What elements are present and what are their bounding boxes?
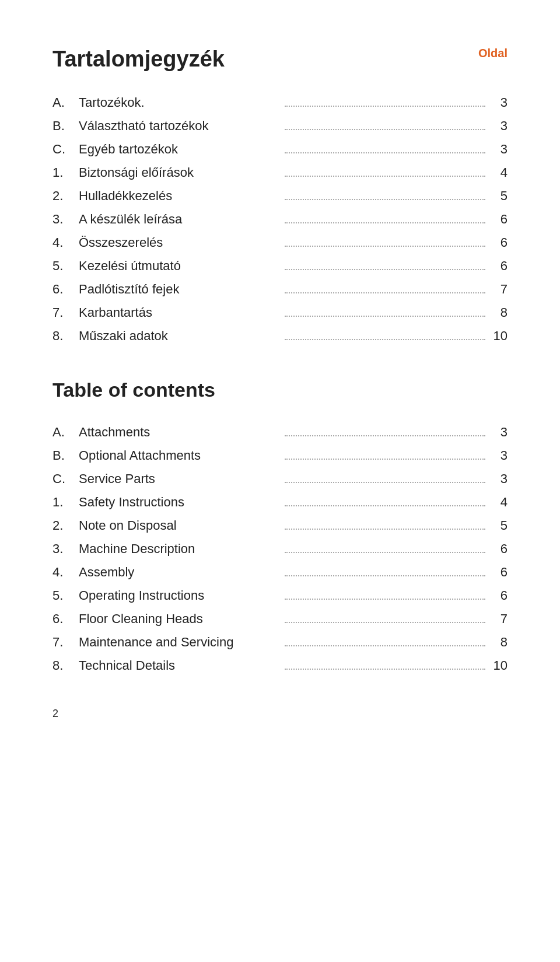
toc-prefix: 7. xyxy=(52,635,79,650)
toc-dots xyxy=(285,129,486,130)
toc-label: Attachments xyxy=(79,425,280,440)
toc-label: Összeszerelés xyxy=(79,235,280,250)
toc-dots xyxy=(285,575,486,576)
toc-prefix: C. xyxy=(52,471,79,487)
toc-page: 10 xyxy=(490,328,508,344)
toc-row: 5. Kezelési útmutató 6 xyxy=(52,258,508,274)
hungarian-title: Tartalomjegyzék xyxy=(52,47,508,72)
toc-prefix: 1. xyxy=(52,165,79,180)
toc-row: 2. Note on Disposal 5 xyxy=(52,518,508,533)
toc-label: Technical Details xyxy=(79,658,280,673)
toc-row: 5. Operating Instructions 6 xyxy=(52,588,508,603)
toc-prefix: C. xyxy=(52,142,79,157)
toc-page: 5 xyxy=(490,518,508,533)
page-label: Oldal xyxy=(478,47,508,60)
toc-page: 5 xyxy=(490,188,508,204)
toc-page: 8 xyxy=(490,635,508,650)
toc-row: 2. Hulladékkezelés 5 xyxy=(52,188,508,204)
toc-label: Biztonsági előírások xyxy=(79,165,280,180)
toc-prefix: 5. xyxy=(52,588,79,603)
toc-row: 4. Összeszerelés 6 xyxy=(52,235,508,250)
toc-label: Floor Cleaning Heads xyxy=(79,611,280,627)
toc-page: 4 xyxy=(490,165,508,180)
toc-row: 8. Technical Details 10 xyxy=(52,658,508,673)
toc-page: 3 xyxy=(490,448,508,463)
toc-label: Safety Instructions xyxy=(79,495,280,510)
toc-page: 6 xyxy=(490,235,508,250)
hungarian-toc-entries: A. Tartozékok. 3 B. Választható tartozék… xyxy=(52,95,508,344)
toc-prefix: 4. xyxy=(52,235,79,250)
toc-label: Kezelési útmutató xyxy=(79,258,280,274)
toc-page: 10 xyxy=(490,658,508,673)
toc-label: Padlótisztító fejek xyxy=(79,282,280,297)
toc-page: 8 xyxy=(490,305,508,320)
toc-page: 6 xyxy=(490,588,508,603)
toc-dots xyxy=(285,599,486,600)
toc-page: 3 xyxy=(490,95,508,110)
toc-prefix: 1. xyxy=(52,495,79,510)
toc-dots xyxy=(285,435,486,436)
toc-row: 8. Műszaki adatok 10 xyxy=(52,328,508,344)
toc-prefix: 2. xyxy=(52,518,79,533)
toc-label: Operating Instructions xyxy=(79,588,280,603)
toc-dots xyxy=(285,292,486,293)
english-title: Table of contents xyxy=(52,379,508,401)
toc-label: Hulladékkezelés xyxy=(79,188,280,204)
toc-label: Note on Disposal xyxy=(79,518,280,533)
toc-page: 6 xyxy=(490,258,508,274)
toc-dots xyxy=(285,459,486,460)
toc-page: 4 xyxy=(490,495,508,510)
toc-row: 7. Karbantartás 8 xyxy=(52,305,508,320)
toc-row: 1. Safety Instructions 4 xyxy=(52,495,508,510)
toc-label: Tartozékok. xyxy=(79,95,280,110)
toc-dots xyxy=(285,552,486,553)
toc-prefix: B. xyxy=(52,448,79,463)
toc-row: C. Service Parts 3 xyxy=(52,471,508,487)
toc-dots xyxy=(285,482,486,483)
toc-dots xyxy=(285,106,486,107)
toc-page: 3 xyxy=(490,425,508,440)
toc-dots xyxy=(285,669,486,670)
toc-page: 7 xyxy=(490,282,508,297)
toc-row: C. Egyéb tartozékok 3 xyxy=(52,142,508,157)
toc-row: 1. Biztonsági előírások 4 xyxy=(52,165,508,180)
toc-dots xyxy=(285,152,486,153)
toc-prefix: A. xyxy=(52,425,79,440)
toc-row: 3. A készülék leírása 6 xyxy=(52,212,508,227)
toc-dots xyxy=(285,246,486,247)
toc-dots xyxy=(285,529,486,530)
toc-row: 7. Maintenance and Servicing 8 xyxy=(52,635,508,650)
toc-dots xyxy=(285,505,486,506)
hungarian-toc-section: Tartalomjegyzék A. Tartozékok. 3 B. Vála… xyxy=(52,47,508,344)
toc-page: 7 xyxy=(490,611,508,627)
toc-row: 6. Padlótisztító fejek 7 xyxy=(52,282,508,297)
toc-dots xyxy=(285,269,486,270)
toc-row: 4. Assembly 6 xyxy=(52,565,508,580)
toc-dots xyxy=(285,176,486,177)
toc-dots xyxy=(285,222,486,223)
toc-label: Assembly xyxy=(79,565,280,580)
toc-row: A. Tartozékok. 3 xyxy=(52,95,508,110)
toc-prefix: 7. xyxy=(52,305,79,320)
toc-label: Választható tartozékok xyxy=(79,118,280,134)
toc-row: A. Attachments 3 xyxy=(52,425,508,440)
toc-page: 3 xyxy=(490,471,508,487)
toc-row: 6. Floor Cleaning Heads 7 xyxy=(52,611,508,627)
english-toc-entries: A. Attachments 3 B. Optional Attachments… xyxy=(52,425,508,673)
toc-label: A készülék leírása xyxy=(79,212,280,227)
page-container: Oldal Tartalomjegyzék A. Tartozékok. 3 B… xyxy=(0,0,560,743)
toc-prefix: 8. xyxy=(52,328,79,344)
toc-label: Karbantartás xyxy=(79,305,280,320)
toc-dots xyxy=(285,622,486,623)
toc-page: 3 xyxy=(490,142,508,157)
toc-label: Optional Attachments xyxy=(79,448,280,463)
toc-prefix: 3. xyxy=(52,541,79,557)
toc-prefix: 3. xyxy=(52,212,79,227)
english-toc-section: Table of contents A. Attachments 3 B. Op… xyxy=(52,379,508,673)
toc-row: B. Választható tartozékok 3 xyxy=(52,118,508,134)
toc-page: 6 xyxy=(490,565,508,580)
toc-dots xyxy=(285,199,486,200)
toc-label: Machine Description xyxy=(79,541,280,557)
toc-label: Egyéb tartozékok xyxy=(79,142,280,157)
toc-page: 3 xyxy=(490,118,508,134)
